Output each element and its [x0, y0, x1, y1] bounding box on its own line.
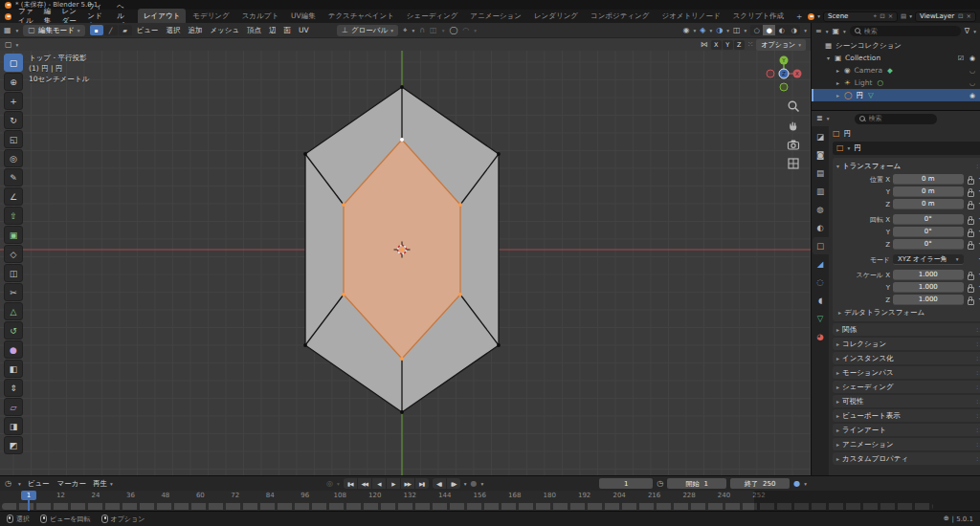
- lock-icon[interactable]: [967, 187, 974, 196]
- workspace-tab[interactable]: スクリプト作成: [727, 9, 790, 23]
- properties-tab-scene[interactable]: ◍: [813, 201, 829, 218]
- tool-scale[interactable]: ◱: [4, 130, 23, 148]
- edge-select-mode[interactable]: ╱: [104, 25, 118, 35]
- editor-type-icon[interactable]: ▦: [4, 27, 11, 34]
- panel-header[interactable]: ▸ラインアート::: [833, 424, 980, 436]
- snap-target-icon[interactable]: ◫: [430, 27, 437, 34]
- value-field[interactable]: 0°: [893, 239, 964, 250]
- snap-magnet-icon[interactable]: ∩: [419, 27, 425, 34]
- timeline-menu-item[interactable]: ビュー: [28, 479, 50, 489]
- tool-select-box[interactable]: ▢: [4, 54, 23, 72]
- animate-dot[interactable]: ·: [977, 200, 980, 208]
- value-field[interactable]: 1.000: [893, 270, 964, 280]
- workspace-tab[interactable]: レンダリング: [528, 9, 584, 23]
- outliner-row[interactable]: ▾▣Collection☑◉◘: [812, 52, 980, 64]
- close-icon[interactable]: ×: [967, 12, 971, 20]
- view-layer-type-icon[interactable]: ▤: [901, 12, 906, 20]
- object-name-field[interactable]: □ ▾ 円: [833, 142, 980, 155]
- show-gizmos-icon[interactable]: ◈: [700, 27, 705, 34]
- timeline-menu-item[interactable]: マーカー: [57, 479, 86, 489]
- shading-material-icon[interactable]: ◐: [775, 25, 788, 35]
- tool-bevel[interactable]: ◇: [4, 245, 23, 263]
- timeline-body[interactable]: 1224364860728496108120132144156168180192…: [0, 491, 980, 511]
- vertex-select-mode[interactable]: ▪: [90, 25, 103, 35]
- transport-step-forward[interactable]: ▮▶: [447, 478, 460, 489]
- properties-tab-world[interactable]: ◐: [813, 219, 829, 236]
- transport-next-keyframe[interactable]: ▶▶: [401, 478, 414, 489]
- value-field[interactable]: 0 m: [893, 174, 964, 185]
- tool-rip-region[interactable]: ◨: [4, 417, 23, 435]
- panel-header[interactable]: ▸シェーディング::: [833, 381, 980, 393]
- lock-icon[interactable]: [967, 283, 974, 292]
- panel-header[interactable]: ▸関係::: [833, 323, 980, 336]
- transport-jump-to-start[interactable]: ▮◀: [344, 478, 357, 489]
- panel-header[interactable]: ▸可視性::: [833, 395, 980, 407]
- panel-header[interactable]: ▸アニメーション::: [833, 438, 980, 450]
- xray-toggle-icon[interactable]: ◫: [733, 27, 741, 34]
- tool-smooth[interactable]: ●: [4, 340, 23, 359]
- value-field[interactable]: 0°: [893, 214, 964, 225]
- workspace-tab[interactable]: レイアウト: [138, 9, 186, 23]
- properties-tab-object-data[interactable]: ▽: [813, 310, 829, 327]
- scene-type-icon[interactable]: [808, 13, 814, 20]
- outliner-row[interactable]: ▸◯円▽◉◘: [812, 89, 980, 101]
- lock-icon[interactable]: [967, 228, 974, 236]
- camera-view-icon[interactable]: [786, 137, 800, 151]
- properties-tab-physics[interactable]: ◌: [813, 274, 829, 291]
- navigation-gizmo[interactable]: Y X Z: [763, 53, 805, 95]
- checkbox-icon[interactable]: ☑: [958, 55, 964, 62]
- blender-menu-icon[interactable]: [5, 13, 11, 20]
- transform-panel-header[interactable]: ▾ トランスフォーム ::: [833, 160, 980, 172]
- properties-tab-output[interactable]: ▤: [813, 164, 829, 182]
- shading-wireframe-icon[interactable]: ○: [750, 25, 763, 35]
- mirror-axis-y[interactable]: Y: [723, 40, 733, 50]
- value-field[interactable]: 0°: [893, 227, 964, 237]
- orientation-dropdown[interactable]: ⊥ グローバル ▾: [337, 25, 398, 36]
- playback-sync-icon[interactable]: ●: [793, 480, 800, 488]
- face-select-mode[interactable]: ▰: [119, 25, 132, 35]
- viewport-menu-item[interactable]: メッシュ: [210, 26, 239, 35]
- viewport-menu-item[interactable]: 選択: [166, 26, 180, 35]
- tool-shear[interactable]: ▱: [4, 398, 23, 416]
- tool-extrude-region[interactable]: ⇧: [4, 207, 23, 225]
- transport-play-reverse[interactable]: ◀: [372, 478, 386, 489]
- animate-dot[interactable]: ·: [977, 283, 980, 292]
- animate-dot[interactable]: ·: [977, 175, 980, 184]
- workspace-tab[interactable]: モデリング: [187, 9, 234, 23]
- tool-loop-cut[interactable]: ◫: [4, 264, 23, 282]
- workspace-tab[interactable]: ジオメトリノード: [656, 9, 725, 23]
- tool-transform[interactable]: ◎: [4, 149, 23, 167]
- keying-set-icon[interactable]: ◎: [326, 480, 333, 488]
- copy-icon[interactable]: ⊡: [958, 12, 963, 20]
- properties-tab-constraints[interactable]: ◖: [813, 292, 829, 309]
- scene-selector[interactable]: Scene ⌖ ⊡ ×: [823, 11, 898, 22]
- animate-dot[interactable]: ·: [977, 255, 980, 264]
- close-icon[interactable]: ×: [888, 12, 893, 20]
- tool-rip-edge[interactable]: ◩: [4, 436, 23, 454]
- delta-transform-subpanel[interactable]: ▸ デルタトランスフォーム: [833, 306, 980, 318]
- disclosure-arrow[interactable]: ▾: [825, 55, 832, 61]
- zoom-icon[interactable]: [786, 99, 800, 113]
- transport-step-back[interactable]: ◀▮: [433, 478, 446, 489]
- viewport-menu-item[interactable]: UV: [299, 26, 309, 35]
- value-field[interactable]: 0 m: [893, 199, 964, 209]
- outliner-search[interactable]: [850, 26, 961, 36]
- disclosure-arrow[interactable]: ▸: [835, 67, 841, 74]
- copy-icon[interactable]: ⊡: [880, 12, 884, 20]
- shading-solid-icon[interactable]: ●: [763, 25, 775, 35]
- properties-search-input[interactable]: [869, 115, 932, 122]
- editor-type-icon[interactable]: ◷: [5, 480, 11, 488]
- disclosure-arrow[interactable]: ▸: [835, 92, 841, 99]
- animate-dot[interactable]: ·: [977, 187, 980, 196]
- value-field[interactable]: 0 m: [893, 186, 964, 197]
- active-tool-icon[interactable]: ▢: [5, 41, 12, 49]
- outliner-row[interactable]: ▸☀Light○◡◘: [812, 77, 980, 89]
- panel-header[interactable]: ▸インスタンス化::: [833, 352, 980, 364]
- show-overlays-icon[interactable]: ◑: [716, 27, 723, 34]
- panel-header[interactable]: ▸モーションパス::: [833, 366, 980, 379]
- frame-start-field[interactable]: 開始 1: [667, 478, 726, 489]
- mirror-axis-x[interactable]: X: [711, 40, 722, 50]
- outliner-search-input[interactable]: [864, 28, 956, 35]
- eye-closed-icon[interactable]: ◡: [969, 79, 975, 87]
- shading-rendered-icon[interactable]: ◑: [788, 25, 800, 35]
